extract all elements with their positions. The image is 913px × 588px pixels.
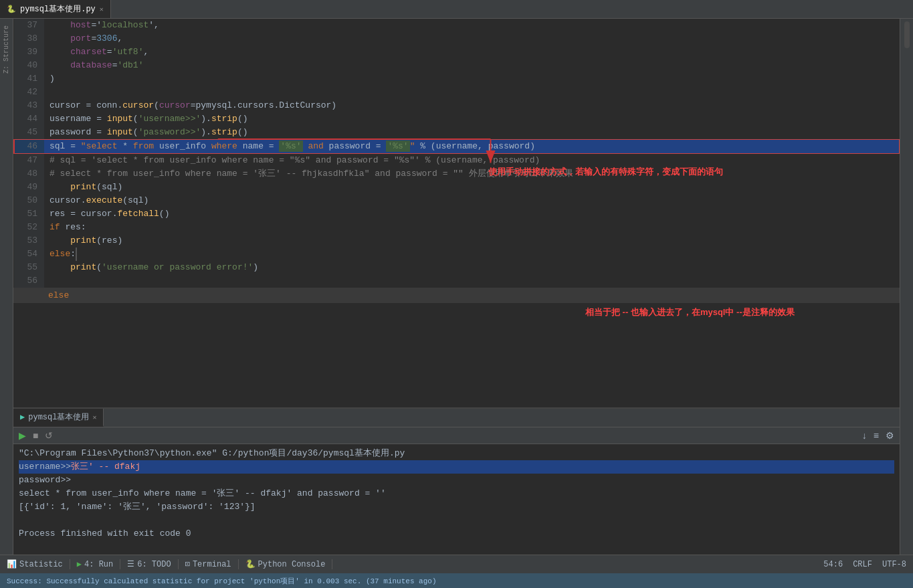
- notification-text: Success: Successfully calculated statist…: [7, 576, 437, 586]
- line-number: 50: [14, 194, 44, 207]
- tab-close-icon[interactable]: ✕: [100, 5, 104, 13]
- line-number: 48: [14, 167, 44, 181]
- table-row: 48 # select * from user_info where name …: [14, 167, 900, 181]
- run-icon: ▶: [77, 559, 82, 569]
- output-line: "C:\Program Files\Python37\python.exe" G…: [19, 447, 894, 460]
- encoding: UTF-8: [882, 560, 906, 569]
- run-tab-close[interactable]: ✕: [92, 413, 96, 421]
- line-content[interactable]: if res:: [44, 221, 900, 234]
- annotation-text-2: 相当于把 -- 也输入进去了，在mysql中 --是注释的效果: [585, 306, 795, 318]
- run-output-area[interactable]: "C:\Program Files\Python37\python.exe" G…: [13, 444, 900, 555]
- run-tab-bar: ▶ pymsql基本使用 ✕: [13, 409, 900, 427]
- line-number: 42: [14, 86, 44, 99]
- line-content[interactable]: username = input('username>>').strip(): [44, 112, 900, 126]
- main-content-area: Z: Structure 37 host='localhost', 38 por…: [0, 19, 913, 555]
- todo-label: 6: TODO: [137, 560, 171, 569]
- line-content[interactable]: host='localhost',: [44, 19, 900, 32]
- line-number: 45: [14, 126, 44, 140]
- line-number: 46: [14, 140, 44, 154]
- run-play-button[interactable]: ▶: [16, 429, 29, 442]
- terminal-icon: ⊡: [185, 559, 190, 569]
- todo-status-item[interactable]: ☰ 6: TODO: [120, 559, 178, 569]
- cursor-position: 54:6: [823, 560, 843, 569]
- line-content[interactable]: [44, 274, 900, 288]
- table-row: 37 host='localhost',: [14, 19, 900, 32]
- table-row: 50 cursor.execute(sql): [14, 194, 900, 207]
- line-content[interactable]: print('username or password error!'): [44, 261, 900, 274]
- table-row: 41 ): [14, 72, 900, 86]
- table-row: 49 print(sql): [14, 181, 900, 194]
- scrollbar-thumb[interactable]: [904, 21, 910, 48]
- line-content[interactable]: # sql = 'select * from user_info where n…: [44, 154, 900, 168]
- python-console-icon: 🐍: [245, 559, 256, 569]
- table-row: 52 if res:: [14, 221, 900, 234]
- line-content[interactable]: password = input('password>>').strip(): [44, 126, 900, 140]
- output-line: [19, 514, 894, 527]
- run-stop-button[interactable]: ■: [30, 429, 41, 442]
- code-editor: 37 host='localhost', 38 port=3306, 39 ch…: [13, 19, 900, 555]
- statistic-label: Statistic: [19, 560, 63, 569]
- table-row: 45 password = input('password>>').strip(…: [14, 126, 900, 140]
- line-number: 43: [14, 99, 44, 112]
- line-content[interactable]: sql = "select * from user_info where nam…: [44, 140, 900, 154]
- file-tab-label: pymsql基本使用.py: [20, 3, 96, 15]
- python-console-status-item[interactable]: 🐍 Python Console: [239, 559, 333, 569]
- soft-wrap-button[interactable]: ≡: [871, 429, 882, 442]
- line-content[interactable]: # select * from user_info where name = '…: [44, 167, 900, 181]
- table-row: 43 cursor = conn.cursor(cursor=pymysql.c…: [14, 99, 900, 112]
- editor-tab-bar: 🐍 pymsql基本使用.py ✕: [0, 0, 913, 19]
- run-panel: ▶ pymsql基本使用 ✕ ▶ ■ ↺ ↓ ≡ ⚙ "C:\Program F…: [13, 407, 900, 555]
- status-bar-right: 54:6 CRLF UTF-8: [823, 560, 913, 569]
- run-status-item[interactable]: ▶ 4: Run: [70, 559, 120, 569]
- run-label: 4: Run: [84, 560, 113, 569]
- run-tab-active[interactable]: ▶ pymsql基本使用 ✕: [13, 409, 104, 427]
- line-ending: CRLF: [853, 560, 872, 569]
- table-row: 56: [14, 274, 900, 288]
- line-content[interactable]: ): [44, 72, 900, 86]
- terminal-status-item[interactable]: ⊡ Terminal: [179, 559, 239, 569]
- line-number: 54: [14, 248, 44, 261]
- line-content[interactable]: database='db1': [44, 59, 900, 72]
- line-content[interactable]: [44, 86, 900, 99]
- terminal-label: Terminal: [193, 560, 231, 569]
- structure-label[interactable]: Z: Structure: [3, 25, 10, 74]
- table-row: 51 res = cursor.fetchall(): [14, 207, 900, 221]
- line-content[interactable]: charset='utf8',: [44, 45, 900, 59]
- table-row-highlighted: 46 sql = "select * from user_info where …: [14, 140, 900, 154]
- line-number: 38: [14, 32, 44, 45]
- table-row: 54 else:: [14, 248, 900, 261]
- else-display-block: else: [13, 288, 900, 303]
- scroll-to-end-button[interactable]: ↓: [859, 429, 870, 442]
- line-number: 37: [14, 19, 44, 32]
- run-rerun-button[interactable]: ↺: [42, 429, 56, 442]
- statistic-status-item[interactable]: 📊 Statistic: [0, 559, 70, 569]
- table-row: 39 charset='utf8',: [14, 45, 900, 59]
- run-tab-label: pymsql基本使用: [28, 411, 89, 423]
- code-table: 37 host='localhost', 38 port=3306, 39 ch…: [13, 19, 900, 288]
- table-row: 42: [14, 86, 900, 99]
- status-bar: 📊 Statistic ▶ 4: Run ☰ 6: TODO ⊡ Termina…: [0, 555, 913, 573]
- right-panel: [900, 19, 913, 555]
- table-row: 47 # sql = 'select * from user_info wher…: [14, 154, 900, 168]
- editor-scroll-area[interactable]: 37 host='localhost', 38 port=3306, 39 ch…: [13, 19, 900, 407]
- line-content[interactable]: print(res): [44, 234, 900, 248]
- line-number: 41: [14, 72, 44, 86]
- line-number: 47: [14, 154, 44, 168]
- table-row: 55 print('username or password error!'): [14, 261, 900, 274]
- table-row: 53 print(res): [14, 234, 900, 248]
- line-number: 51: [14, 207, 44, 221]
- line-number: 49: [14, 181, 44, 194]
- table-row: 40 database='db1': [14, 59, 900, 72]
- line-content[interactable]: res = cursor.fetchall(): [44, 207, 900, 221]
- line-content[interactable]: print(sql): [44, 181, 900, 194]
- run-tab-icon: ▶: [20, 412, 25, 422]
- table-row: 44 username = input('username>>').strip(…: [14, 112, 900, 126]
- left-panel: Z: Structure: [0, 19, 13, 555]
- line-content[interactable]: cursor = conn.cursor(cursor=pymysql.curs…: [44, 99, 900, 112]
- python-console-label: Python Console: [258, 560, 326, 569]
- line-content[interactable]: else:: [44, 248, 900, 261]
- line-content[interactable]: port=3306,: [44, 32, 900, 45]
- line-content[interactable]: cursor.execute(sql): [44, 194, 900, 207]
- file-tab-active[interactable]: 🐍 pymsql基本使用.py ✕: [0, 0, 111, 18]
- settings-button[interactable]: ⚙: [883, 429, 897, 442]
